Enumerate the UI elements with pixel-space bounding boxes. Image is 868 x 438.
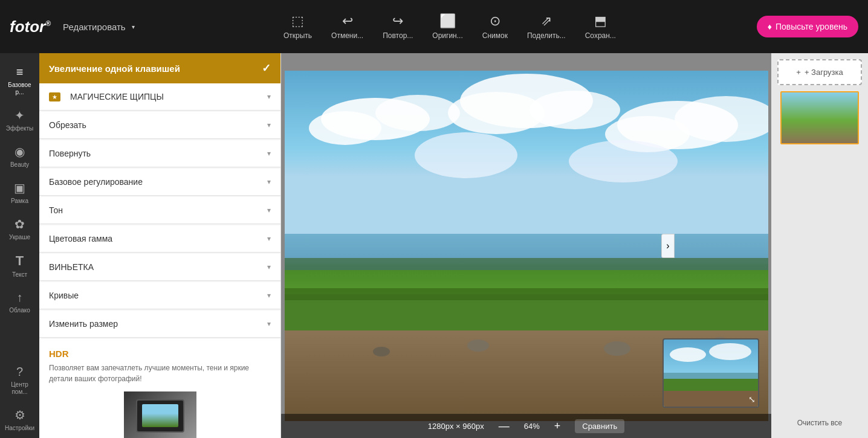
sidebar-item-decor[interactable]: ✿ Украше (0, 211, 39, 247)
zoom-out-button[interactable]: — (494, 419, 514, 434)
canvas-statusbar: 1280px × 960px — 64% + Сравнить (281, 414, 771, 438)
decor-icon: ✿ (15, 217, 25, 231)
topbar: fotor® Редактировать ▾ ⬚ Открыть ↩ Отмен… (0, 0, 868, 53)
check-icon: ✓ (262, 62, 271, 75)
effects-label: Эффекты (6, 125, 33, 132)
help-label: Центр пом... (4, 381, 36, 396)
clear-all-button[interactable]: Очистить все (792, 414, 847, 432)
right-sidebar: + + Загрузка Очистить все (771, 53, 868, 438)
zoom-level: 64% (524, 422, 540, 431)
section-basic-adj-header[interactable]: Базовое регулирование ▾ (39, 169, 280, 195)
diamond-icon: ♦ (768, 22, 772, 31)
section-basic-adj: Базовое регулирование ▾ (39, 169, 280, 196)
compare-button[interactable]: Сравнить (575, 419, 624, 433)
curves-chevron: ▾ (267, 291, 271, 300)
sidebar-item-effects[interactable]: ✦ Эффекты (0, 102, 39, 138)
svg-rect-25 (664, 391, 759, 408)
frame-icon: ▣ (14, 181, 25, 195)
section-magic-tongs: ★ МАГИЧЕСКИЕ ЩИПЦЫ ▾ (39, 83, 280, 111)
logo-area: fotor® Редактировать ▾ (10, 18, 143, 36)
sidebar-item-settings[interactable]: ⚙ Настройки (0, 402, 39, 438)
panel-active-header[interactable]: Увеличение одной клавишей ✓ (39, 53, 280, 83)
sidebar-item-help[interactable]: ? Центр пом... (0, 359, 39, 402)
edit-panel: Увеличение одной клавишей ✓ ★ МАГИЧЕСКИЕ… (39, 53, 281, 438)
crop-chevron: ▾ (267, 121, 271, 129)
section-crop-header[interactable]: Обрезать ▾ (39, 112, 280, 138)
hdr-description: Позволяет вам запечатлеть лучшие моменты… (49, 362, 271, 384)
toolbar-undo-btn[interactable]: ↩ Отмени... (331, 13, 363, 40)
section-resize-header[interactable]: Изменить размер ▾ (39, 311, 280, 337)
svg-point-7 (309, 111, 381, 145)
toolbar-save-btn[interactable]: ⬒ Сохран... (585, 13, 616, 40)
section-curves-header[interactable]: Кривые ▾ (39, 282, 280, 309)
upload-button[interactable]: + + Загрузка (777, 59, 862, 85)
section-title-row: ★ МАГИЧЕСКИЕ ЩИПЦЫ (49, 92, 164, 101)
settings-label: Настройки (5, 425, 34, 432)
section-vignette: ВИНЬЕТКА ▾ (39, 254, 280, 281)
save-icon: ⬒ (594, 13, 607, 29)
basic-label: Базовое р... (4, 82, 36, 96)
crop-title: Обрезать (49, 120, 86, 130)
upgrade-button[interactable]: ♦ Повысьте уровень (757, 16, 858, 37)
left-sidebar: ≡ Базовое р... ✦ Эффекты ◉ Beauty ▣ Рамк… (0, 53, 39, 438)
rotate-chevron: ▾ (267, 149, 271, 158)
section-rotate-header[interactable]: Повернуть ▾ (39, 140, 280, 167)
redo-label: Повтор... (383, 31, 413, 40)
expand-icon[interactable]: ⤡ (748, 395, 756, 404)
mini-preview: ⤡ (662, 338, 759, 408)
zoom-in-button[interactable]: + (549, 419, 566, 434)
original-label: Оригин... (432, 31, 462, 40)
section-tone-header[interactable]: Тон ▾ (39, 197, 280, 224)
share-label: Поделить... (527, 31, 566, 40)
beauty-icon: ◉ (15, 144, 25, 159)
basic-icon: ≡ (16, 65, 24, 79)
open-icon: ⬚ (291, 13, 304, 29)
basic-adj-title: Базовое регулирование (49, 177, 143, 187)
section-tone: Тон ▾ (39, 197, 280, 224)
toolbar-redo-btn[interactable]: ↪ Повтор... (383, 13, 413, 40)
beauty-label: Beauty (10, 161, 29, 169)
toolbar-share-btn[interactable]: ⇗ Поделить... (527, 13, 566, 40)
toolbar-original-btn[interactable]: ⬜ Оригин... (432, 13, 462, 40)
svg-point-11 (530, 91, 620, 129)
sidebar-item-text[interactable]: T Текст (0, 247, 39, 285)
sidebar-item-basic[interactable]: ≡ Базовое р... (0, 59, 39, 102)
effects-icon: ✦ (15, 108, 25, 123)
vignette-title: ВИНЬЕТКА (49, 262, 94, 272)
sidebar-item-frame[interactable]: ▣ Рамка (0, 175, 39, 211)
tone-chevron: ▾ (267, 206, 271, 214)
undo-label: Отмени... (331, 31, 363, 40)
color-gamma-title: Цветовая гамма (49, 234, 112, 243)
plus-icon: + (796, 68, 801, 77)
hdr-image (124, 391, 196, 438)
section-curves: Кривые ▾ (39, 282, 280, 309)
sidebar-item-beauty[interactable]: ◉ Beauty (0, 138, 39, 175)
section-vignette-header[interactable]: ВИНЬЕТКА ▾ (39, 254, 280, 280)
svg-point-8 (375, 95, 460, 131)
edit-menu[interactable]: Редактировать ▾ (58, 19, 140, 34)
mini-preview-svg (664, 340, 759, 408)
svg-point-15 (415, 132, 517, 178)
toolbar-open-btn[interactable]: ⬚ Открыть (283, 13, 312, 40)
thumbnail-item[interactable] (780, 91, 859, 144)
frame-label: Рамка (11, 198, 28, 205)
section-magic-tongs-header[interactable]: ★ МАГИЧЕСКИЕ ЩИПЦЫ ▾ (39, 83, 280, 110)
svg-rect-21 (285, 288, 768, 300)
right-collapse-button[interactable]: › (661, 234, 675, 258)
text-icon: T (16, 253, 24, 269)
settings-icon: ⚙ (15, 408, 25, 422)
toolbar-snapshot-btn[interactable]: ⊙ Снимок (482, 13, 508, 40)
hdr-section: HDR Позволяет вам запечатлеть лучшие мом… (39, 339, 280, 438)
section-color-gamma-header[interactable]: Цветовая гамма ▾ (39, 225, 280, 252)
redo-icon: ↪ (392, 13, 403, 29)
logo-sup: ® (45, 19, 51, 28)
canvas-area: 1280px × 960px — 64% + Сравнить (281, 53, 771, 438)
section-resize: Изменить размер ▾ (39, 311, 280, 338)
curves-title: Кривые (49, 291, 79, 300)
original-icon: ⬜ (439, 13, 456, 29)
upload-label: + Загрузка (805, 68, 843, 77)
svg-point-27 (709, 343, 751, 360)
logo: fotor® (10, 18, 51, 36)
sidebar-item-cloud[interactable]: ↑ Облако (0, 285, 39, 320)
active-section-title: Увеличение одной клавишей (49, 63, 180, 74)
